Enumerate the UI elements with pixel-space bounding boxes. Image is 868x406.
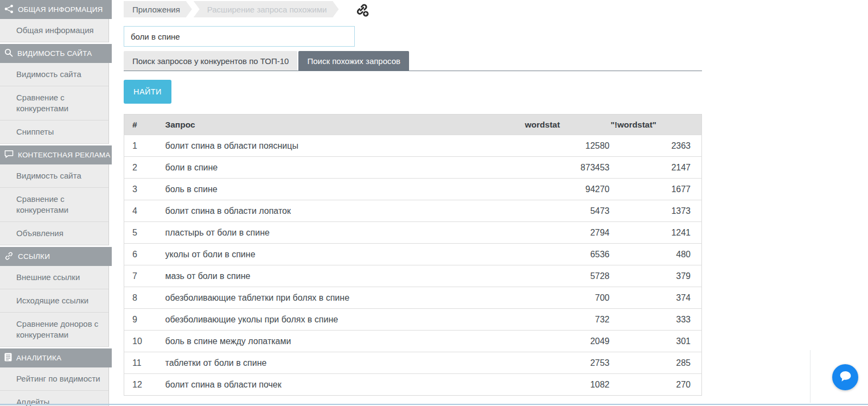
breadcrumb: Приложения Расширение запроса похожими [124,1,702,17]
row-wordstat: 873453 [525,157,611,179]
row-exact-wordstat: 1373 [611,200,702,222]
column-header-exact-wordstat: "!wordstat" [611,115,702,135]
table-header-row: # Запрос wordstat "!wordstat" [124,115,702,135]
column-header-query: Запрос [158,115,525,135]
row-exact-wordstat: 2363 [611,135,702,157]
sidebar-section-title: ВИДИМОСТЬ САЙТА [17,49,92,58]
row-num: 10 [124,331,158,352]
row-query: болит спина в области лопаток [158,200,525,222]
sidebar-item-general-info[interactable]: Общая информация [0,19,108,42]
row-wordstat: 5473 [525,200,611,222]
sidebar-section-visibility[interactable]: ВИДИМОСТЬ САЙТА [0,44,112,63]
table-row: 5 пластырь от боли в спине 2794 1241 [124,222,702,244]
chat-widget-frame-border [810,350,810,403]
find-button[interactable]: НАЙТИ [124,80,171,104]
row-wordstat: 1082 [525,374,611,396]
row-exact-wordstat: 1241 [611,222,702,244]
sidebar-item-ads-site-visibility[interactable]: Видимость сайта [0,164,108,188]
sidebar-item-ads-competitor-comparison[interactable]: Сравнение с конкурентами [0,188,108,222]
row-query: боли в спине [158,157,525,179]
table-row: 2 боли в спине 873453 2147 [124,157,702,179]
row-num: 9 [124,309,158,331]
row-wordstat: 12580 [525,135,611,157]
chat-button[interactable] [832,364,858,390]
row-num: 3 [124,179,158,200]
sidebar-item-outgoing-links[interactable]: Исходящие ссылки [0,289,108,313]
row-query: обезболивающие таблетки при болях в спин… [158,287,525,309]
row-query: болит спина в области поясницы [158,135,525,157]
sidebar-section-title: ОБЩАЯ ИНФОРМАЦИЯ [18,5,103,14]
sidebar-section-analytics[interactable]: АНАЛИТИКА [0,348,112,367]
row-query: боль в спине [158,179,525,200]
row-exact-wordstat: 270 [611,374,702,396]
chat-bubble-icon [4,150,14,160]
table-row: 3 боль в спине 94270 1677 [124,179,702,200]
row-query: таблетки от боли в спине [158,352,525,374]
row-query: обезболивающие уколы при болях в спине [158,309,525,331]
share-icon [4,4,14,15]
breadcrumb-applications[interactable]: Приложения [124,1,192,17]
row-wordstat: 2753 [525,352,611,374]
sidebar-item-external-links[interactable]: Внешние ссылки [0,266,108,289]
row-num: 6 [124,244,158,265]
link-icon [4,251,14,262]
row-num: 8 [124,287,158,309]
row-wordstat: 2049 [525,331,611,352]
row-exact-wordstat: 480 [611,244,702,265]
row-query: мазь от боли в спине [158,265,525,287]
sidebar-item-announcements[interactable]: Объявления [0,222,108,245]
footer-divider [0,404,868,405]
table-row: 4 болит спина в области лопаток 5473 137… [124,200,702,222]
row-exact-wordstat: 2147 [611,157,702,179]
row-wordstat: 94270 [525,179,611,200]
sidebar-section-title: КОНТЕКСТНАЯ РЕКЛАМА [18,151,111,159]
sidebar-section-title: ССЫЛКИ [18,252,50,261]
tab-similar-queries[interactable]: Поиск похожих запросов [298,51,409,71]
table-row: 6 уколы от боли в спине 6536 480 [124,244,702,265]
row-wordstat: 2794 [525,222,611,244]
table-row: 1 болит спина в области поясницы 12580 2… [124,135,702,157]
table-row: 8 обезболивающие таблетки при болях в сп… [124,287,702,309]
sidebar-item-site-visibility[interactable]: Видимость сайта [0,63,108,86]
row-num: 2 [124,157,158,179]
table-row: 12 болит спина в области почек 1082 270 [124,374,702,396]
main-content: Приложения Расширение запроса похожими П… [124,0,702,396]
row-query: боль в спине между лопатками [158,331,525,352]
row-exact-wordstat: 1677 [611,179,702,200]
add-link-icon[interactable] [355,2,369,17]
row-num: 1 [124,135,158,157]
row-num: 7 [124,265,158,287]
query-input[interactable] [124,26,355,47]
row-wordstat: 700 [525,287,611,309]
sidebar-section-links[interactable]: ССЫЛКИ [0,247,112,266]
row-exact-wordstat: 374 [611,287,702,309]
table-row: 7 мазь от боли в спине 5728 379 [124,265,702,287]
sidebar-section-context-ads[interactable]: КОНТЕКСТНАЯ РЕКЛАМА [0,145,112,164]
row-exact-wordstat: 285 [611,352,702,374]
row-query: уколы от боли в спине [158,244,525,265]
chat-bubble-icon [839,371,852,384]
sidebar: ОБЩАЯ ИНФОРМАЦИЯ Общая информация ВИДИМО… [0,0,112,406]
row-num: 4 [124,200,158,222]
row-query: болит спина в области почек [158,374,525,396]
sidebar-item-competitor-comparison[interactable]: Сравнение с конкурентами [0,86,108,120]
row-wordstat: 5728 [525,265,611,287]
row-num: 5 [124,222,158,244]
sidebar-item-snippets[interactable]: Сниппеты [0,120,108,144]
row-num: 12 [124,374,158,396]
row-wordstat: 732 [525,309,611,331]
sidebar-section-general[interactable]: ОБЩАЯ ИНФОРМАЦИЯ [0,0,112,19]
table-row: 11 таблетки от боли в спине 2753 285 [124,352,702,374]
sidebar-item-donor-comparison[interactable]: Сравнение доноров с конкурентами [0,313,108,347]
row-exact-wordstat: 301 [611,331,702,352]
tab-competitor-queries-top10[interactable]: Поиск запросов у конкурентов по ТОП-10 [124,51,297,71]
table-row: 10 боль в спине между лопатками 2049 301 [124,331,702,352]
row-wordstat: 6536 [525,244,611,265]
search-mode-tabs: Поиск запросов у конкурентов по ТОП-10 П… [124,51,702,71]
search-icon [4,48,13,59]
column-header-num: # [124,115,158,135]
table-row: 9 обезболивающие уколы при болях в спине… [124,309,702,331]
sidebar-section-title: АНАЛИТИКА [16,354,61,362]
sidebar-item-visibility-rating[interactable]: Рейтинг по видимости [0,367,108,391]
breadcrumb-current-page: Расширение запроса похожими [194,1,339,17]
